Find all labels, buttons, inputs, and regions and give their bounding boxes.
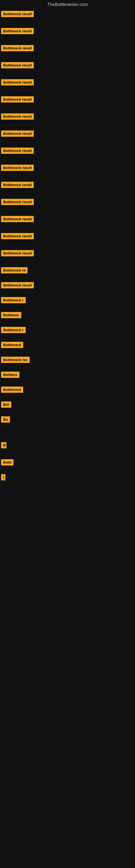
- bottleneck-badge[interactable]: Bottleneck result: [1, 182, 34, 188]
- list-item: Bottleneck res: [1, 355, 134, 365]
- bottleneck-badge[interactable]: Bottleneck result: [1, 130, 34, 137]
- bottleneck-badge[interactable]: Bottleneck result: [1, 282, 34, 288]
- bottleneck-badge[interactable]: Bottlens: [1, 372, 19, 378]
- bottleneck-badge[interactable]: Bottleneck result: [1, 165, 34, 171]
- list-item: Bottleneck result: [1, 95, 134, 104]
- bottleneck-badge[interactable]: Bottleneck result: [1, 199, 34, 205]
- list-item: B: [1, 440, 134, 450]
- list-item: Bottlenec: [1, 310, 134, 320]
- bottleneck-badge[interactable]: Bottleneck result: [1, 96, 34, 102]
- list-item: Bottleneck result: [1, 146, 134, 155]
- bottleneck-badge[interactable]: Bottleneck: [1, 386, 23, 393]
- list-item: Bottleneck result: [1, 112, 134, 121]
- bottleneck-badge[interactable]: Bottleneck result: [1, 28, 34, 34]
- bottleneck-badge[interactable]: Bottleneck result: [1, 11, 34, 17]
- bottleneck-badge[interactable]: B: [1, 442, 6, 448]
- list-item: Bottleneck result: [1, 197, 134, 207]
- list-item: Bottleneck result: [1, 26, 134, 36]
- list-item: Bottlens: [1, 370, 134, 379]
- list-item: Bottleneck result: [1, 180, 134, 190]
- list-item: Bottleneck result: [1, 78, 134, 87]
- list-item: Bottleneck re: [1, 266, 134, 275]
- list-item: Bottl: [1, 458, 134, 467]
- list-item: Bo: [1, 415, 134, 424]
- list-item: Bottleneck: [1, 340, 134, 350]
- bottleneck-badge[interactable]: Bottleneck: [1, 342, 23, 348]
- bottleneck-badge[interactable]: Bottleneck result: [1, 233, 34, 239]
- list-item: Bottleneck result: [1, 163, 134, 173]
- bottleneck-badge[interactable]: Bottleneck result: [1, 79, 34, 86]
- bottleneck-badge[interactable]: Bottleneck result: [1, 113, 34, 120]
- list-item: Bottleneck: [1, 385, 134, 394]
- list-item: Bot: [1, 400, 134, 409]
- bottleneck-badge[interactable]: Bottl: [1, 459, 13, 465]
- bottleneck-badge[interactable]: Bottleneck result: [1, 45, 34, 51]
- list-item: Bottleneck result: [1, 129, 134, 138]
- list-item: Bottleneck r: [1, 296, 134, 305]
- site-title: TheBottlenecker.com: [1, 0, 134, 9]
- list-item: Bottleneck result: [1, 61, 134, 70]
- bottleneck-badge[interactable]: Bottleneck result: [1, 148, 34, 154]
- bottleneck-badge[interactable]: Bottleneck r: [1, 297, 26, 303]
- list-item: |: [1, 472, 134, 482]
- bottleneck-badge[interactable]: Bottleneck res: [1, 357, 30, 363]
- bottleneck-badge[interactable]: Bottleneck result: [1, 250, 34, 256]
- list-item: Bottleneck result: [1, 9, 134, 19]
- list-item: Bottleneck result: [1, 248, 134, 258]
- list-item: Bottleneck result: [1, 280, 134, 290]
- list-item: Bottleneck result: [1, 43, 134, 53]
- list-item: [1, 430, 134, 433]
- list-item: Bottleneck result: [1, 231, 134, 241]
- bottleneck-badge[interactable]: Bottleneck re: [1, 267, 28, 273]
- bottleneck-badge[interactable]: Bo: [1, 416, 10, 423]
- bottleneck-badge[interactable]: Bottlenec: [1, 312, 21, 318]
- bottleneck-badge[interactable]: Bottleneck result: [1, 216, 34, 222]
- bottleneck-badge[interactable]: |: [1, 474, 5, 480]
- bottleneck-badge[interactable]: Bot: [1, 401, 11, 408]
- list-item: Bottleneck r: [1, 325, 134, 335]
- bottleneck-badge[interactable]: Bottleneck r: [1, 327, 26, 333]
- list-item: Bottleneck result: [1, 214, 134, 224]
- bottleneck-badge[interactable]: Bottleneck result: [1, 62, 34, 68]
